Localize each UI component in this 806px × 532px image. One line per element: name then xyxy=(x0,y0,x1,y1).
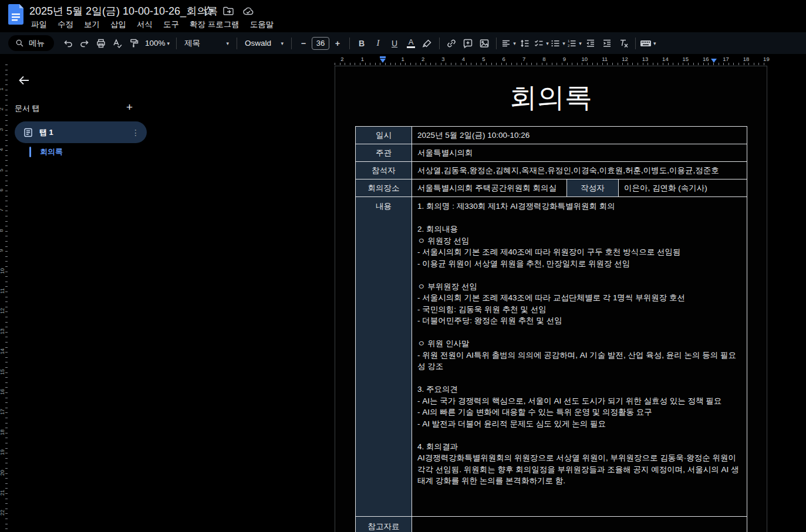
menu-extensions[interactable]: 확장 프로그램 xyxy=(184,18,245,32)
indent-marker[interactable] xyxy=(380,56,386,63)
vertical-ruler[interactable]: 12345678910111213141516171819202122 xyxy=(0,56,9,532)
zoom-select[interactable]: 100% ▾ xyxy=(143,36,172,51)
line-spacing-icon xyxy=(520,38,530,49)
checklist-icon xyxy=(534,38,544,49)
row-label[interactable]: 주관 xyxy=(356,144,412,162)
decrease-font-size-button[interactable]: − xyxy=(296,36,311,51)
add-comment-button[interactable] xyxy=(460,36,475,51)
document-page[interactable]: 회의록 일시 2025년 5월 2일(금) 10:00-10:26 주관 서울특… xyxy=(335,66,767,532)
ruler-label: 16 xyxy=(0,389,5,395)
increase-indent-button[interactable] xyxy=(599,36,615,51)
line-spacing-button[interactable] xyxy=(517,36,532,51)
font-family-select[interactable]: Oswald ▾ xyxy=(241,36,287,51)
font-size-input[interactable]: 36 xyxy=(312,37,329,50)
row-label[interactable]: 참석자 xyxy=(356,162,412,179)
row-value[interactable] xyxy=(412,517,747,532)
paragraph-styles-select[interactable]: 제목 ▾ xyxy=(181,36,232,51)
row-value[interactable]: 서울특별시의회 xyxy=(412,144,747,162)
chevron-down-icon: ▾ xyxy=(579,40,582,46)
bold-button[interactable]: B xyxy=(354,36,369,51)
ruler-label: 19 xyxy=(0,449,5,455)
row-value[interactable]: 서울특별시의회 주택공간위원회 회의실 xyxy=(412,179,567,197)
ruler-label: 4 xyxy=(462,56,465,62)
row-value[interactable]: 2025년 5월 2일(금) 10:00-10:26 xyxy=(412,127,747,144)
svg-text:1: 1 xyxy=(568,39,570,42)
search-menus-button[interactable]: 메뉴 xyxy=(8,35,54,51)
text-color-button[interactable]: A xyxy=(403,36,419,51)
horizontal-ruler[interactable]: 2112345678910111213141516171819 xyxy=(335,56,767,65)
ruler-label: 8 xyxy=(542,56,545,62)
redo-button[interactable] xyxy=(77,36,92,51)
ruler-label: 1 xyxy=(361,56,364,62)
print-button[interactable] xyxy=(93,36,109,51)
decrease-indent-button[interactable] xyxy=(583,36,598,51)
menu-help[interactable]: 도움말 xyxy=(245,18,279,32)
outline-item-label: 회의록 xyxy=(40,147,63,157)
input-tools-button[interactable]: ▾ xyxy=(640,36,656,51)
docs-logo[interactable] xyxy=(8,4,23,25)
highlight-color-button[interactable] xyxy=(420,36,435,51)
menu-bar: 파일 수정 보기 삽입 서식 도구 확장 프로그램 도움말 xyxy=(26,18,279,32)
align-icon xyxy=(501,38,511,49)
increase-font-size-button[interactable]: + xyxy=(330,36,345,51)
minutes-table[interactable]: 일시 2025년 5월 2일(금) 10:00-10:26 주관 서울특별시의회… xyxy=(355,126,747,532)
row-label[interactable]: 참고자료 xyxy=(356,517,412,532)
row-label[interactable]: 일시 xyxy=(356,127,412,144)
paint-format-icon xyxy=(129,38,139,49)
row-label[interactable]: 내용 xyxy=(356,197,412,517)
row-label[interactable]: 회의장소 xyxy=(356,179,412,197)
undo-button[interactable] xyxy=(60,36,76,51)
menu-edit[interactable]: 수정 xyxy=(52,18,79,32)
ruler-label: 12 xyxy=(0,308,5,314)
document-title[interactable]: 2025년 5월 2일(금) 10-00-10-26_회의록 xyxy=(29,4,218,18)
ruler-label: 15 xyxy=(0,369,5,375)
kebab-menu-icon[interactable]: ⋮ xyxy=(131,128,140,137)
chevron-down-icon: ▾ xyxy=(281,40,284,46)
italic-button[interactable]: I xyxy=(370,36,386,51)
menu-tools[interactable]: 도구 xyxy=(158,18,184,32)
ruler-label: 13 xyxy=(642,56,649,62)
ruler-label: 15 xyxy=(683,56,689,62)
row-value[interactable]: 이은아, 김연화 (속기사) xyxy=(619,179,747,197)
underline-button[interactable]: U xyxy=(387,36,402,51)
table-row: 내용 1. 회의명 : 제330회 제1차 AI경쟁력강화특별위원회 회의 2.… xyxy=(356,197,747,517)
row-value[interactable]: 1. 회의명 : 제330회 제1차 AI경쟁력강화특별위원회 회의 2. 회의… xyxy=(412,197,747,517)
chevron-down-icon: ▾ xyxy=(562,40,565,46)
insert-image-button[interactable] xyxy=(477,36,492,51)
checklist-button[interactable]: ▾ xyxy=(534,36,549,51)
align-button[interactable]: ▾ xyxy=(501,36,516,51)
move-folder-icon[interactable] xyxy=(222,5,234,17)
doc-heading[interactable]: 회의록 xyxy=(335,79,767,116)
bullet-list-button[interactable]: ▾ xyxy=(550,36,565,51)
menu-view[interactable]: 보기 xyxy=(79,18,105,32)
ruler-ticks xyxy=(335,63,767,65)
cloud-status-icon[interactable] xyxy=(242,5,254,17)
toolbar-separator xyxy=(439,38,440,49)
table-row: 참석자 서상열,김동욱,왕정순,김혜지,옥재은,유정인,이경숙,이효원,허훈,이… xyxy=(356,162,747,179)
add-tab-button[interactable]: + xyxy=(126,101,133,114)
right-indent-marker[interactable] xyxy=(711,59,717,63)
toolbar: 메뉴 100% ▾ 제목 ▾ Oswald ▾ xyxy=(0,32,806,54)
menu-insert[interactable]: 삽입 xyxy=(105,18,131,32)
star-icon[interactable] xyxy=(203,5,214,17)
clear-format-icon xyxy=(618,38,629,49)
text-color-glyph: A xyxy=(409,39,414,46)
paint-format-button[interactable] xyxy=(126,36,141,51)
chevron-down-icon: ▾ xyxy=(513,40,516,46)
clear-formatting-button[interactable] xyxy=(616,36,631,51)
menu-format[interactable]: 서식 xyxy=(131,18,158,32)
menu-file[interactable]: 파일 xyxy=(26,18,52,32)
tab-item-1[interactable]: 탭 1 ⋮ xyxy=(15,121,147,143)
back-arrow-icon[interactable] xyxy=(18,74,31,87)
numbered-list-button[interactable]: 1 2 ▾ xyxy=(566,36,582,51)
insert-link-button[interactable] xyxy=(444,36,459,51)
outline-item-heading[interactable]: 회의록 xyxy=(29,147,63,157)
outdent-icon xyxy=(585,38,596,49)
row-value[interactable]: 서상열,김동욱,왕정순,김혜지,옥재은,유정인,이경숙,이효원,허훈,이병도,이… xyxy=(412,162,747,179)
row-label[interactable]: 작성자 xyxy=(567,179,619,197)
tab-doc-icon xyxy=(23,128,33,137)
ruler-label: 16 xyxy=(703,56,709,62)
spellcheck-button[interactable] xyxy=(110,36,125,51)
ruler-label: 3 xyxy=(0,128,4,131)
ruler-label: 17 xyxy=(723,56,729,62)
